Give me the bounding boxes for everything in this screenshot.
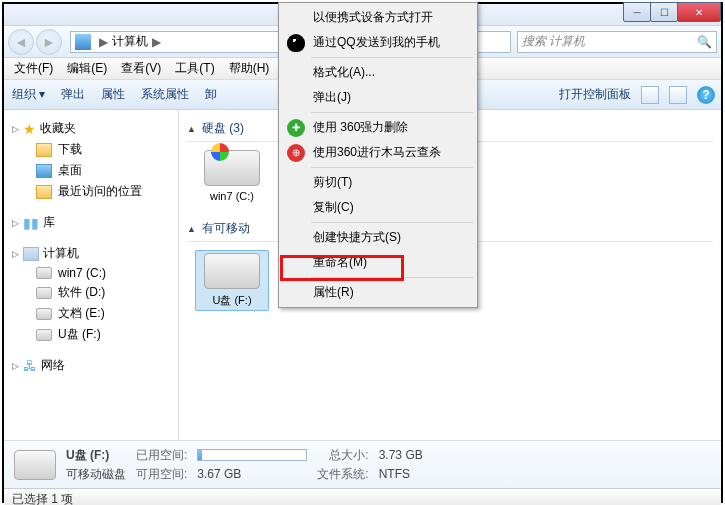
- help-icon[interactable]: ?: [697, 86, 715, 104]
- menu-edit[interactable]: 编辑(E): [61, 58, 113, 79]
- menu-tools[interactable]: 工具(T): [169, 58, 220, 79]
- tb-uninstall[interactable]: 卸: [205, 86, 217, 103]
- sidebar-computer[interactable]: ▷计算机: [8, 243, 174, 264]
- sidebar-drive-f[interactable]: U盘 (F:): [8, 324, 174, 345]
- cm-create-shortcut[interactable]: 创建快捷方式(S): [281, 225, 475, 250]
- view-options-icon[interactable]: [641, 86, 659, 104]
- desktop-icon: [36, 164, 52, 178]
- search-input[interactable]: 搜索 计算机 🔍: [517, 31, 717, 53]
- cm-eject[interactable]: 弹出(J): [281, 85, 475, 110]
- cm-360-delete[interactable]: ✚使用 360强力删除: [281, 115, 475, 140]
- menu-view[interactable]: 查看(V): [115, 58, 167, 79]
- dp-used-k: 已用空间:: [136, 447, 187, 464]
- search-icon[interactable]: 🔍: [697, 35, 712, 49]
- network-icon: 🖧: [23, 358, 37, 374]
- drive-item-win7[interactable]: win7 (C:): [195, 150, 269, 202]
- context-menu: 以便携式设备方式打开 通过QQ发送到我的手机 格式化(A)... 弹出(J) ✚…: [278, 2, 478, 308]
- menu-help[interactable]: 帮助(H): [223, 58, 276, 79]
- recent-icon: [36, 185, 52, 199]
- tb-organize[interactable]: 组织 ▾: [12, 86, 45, 103]
- details-pane: U盘 (F:) 已用空间: 总大小: 3.73 GB 可移动磁盘 可用空间: 3…: [4, 440, 721, 488]
- crumb-computer[interactable]: 计算机: [112, 33, 148, 50]
- computer-icon: [75, 34, 91, 50]
- crumb-sep: ▶: [152, 35, 161, 49]
- tb-sysprops[interactable]: 系统属性: [141, 86, 189, 103]
- sidebar-drive-e[interactable]: 文档 (E:): [8, 303, 174, 324]
- menu-file[interactable]: 文件(F): [8, 58, 59, 79]
- tb-control-panel[interactable]: 打开控制面板: [559, 86, 631, 103]
- downloads-icon: [36, 143, 52, 157]
- tb-properties[interactable]: 属性: [101, 86, 125, 103]
- sidebar-downloads[interactable]: 下载: [8, 139, 174, 160]
- drive-icon: [204, 150, 260, 186]
- used-space-bar: [197, 449, 307, 461]
- qq-icon: [287, 34, 305, 52]
- sidebar-favorites[interactable]: ▷★收藏夹: [8, 118, 174, 139]
- preview-pane-icon[interactable]: [669, 86, 687, 104]
- sidebar: ▷★收藏夹 下载 桌面 最近访问的位置 ▷▮▮库 ▷计算机 win7 (C:) …: [4, 110, 179, 440]
- dp-total-k: 总大小:: [317, 447, 368, 464]
- back-button[interactable]: ◄: [8, 29, 34, 55]
- search-placeholder: 搜索 计算机: [522, 33, 585, 50]
- forward-button[interactable]: ►: [36, 29, 62, 55]
- computer-icon: [23, 247, 39, 261]
- cm-360-scan[interactable]: ⊕使用360进行木马云查杀: [281, 140, 475, 165]
- drive-icon: [36, 329, 52, 341]
- 360-scan-icon: ⊕: [287, 144, 305, 162]
- dp-free-v: 3.67 GB: [197, 467, 307, 481]
- crumb-sep: ▶: [99, 35, 108, 49]
- 360-icon: ✚: [287, 119, 305, 137]
- status-text: 已选择 1 项: [12, 492, 73, 505]
- drive-item-usb[interactable]: U盘 (F:): [195, 250, 269, 311]
- cm-copy[interactable]: 复制(C): [281, 195, 475, 220]
- dp-total-v: 3.73 GB: [379, 448, 423, 462]
- sidebar-network[interactable]: ▷🖧网络: [8, 355, 174, 376]
- sidebar-recent[interactable]: 最近访问的位置: [8, 181, 174, 202]
- drive-icon: [36, 267, 52, 279]
- sidebar-desktop[interactable]: 桌面: [8, 160, 174, 181]
- cm-format[interactable]: 格式化(A)...: [281, 60, 475, 85]
- drive-label: win7 (C:): [195, 190, 269, 202]
- drive-icon: [14, 450, 56, 480]
- tb-eject[interactable]: 弹出: [61, 86, 85, 103]
- statusbar: 已选择 1 项: [4, 488, 721, 505]
- maximize-button[interactable]: ☐: [650, 2, 678, 22]
- cm-rename[interactable]: 重命名(M): [281, 250, 475, 275]
- drive-icon: [204, 253, 260, 289]
- drive-icon: [36, 308, 52, 320]
- cm-properties[interactable]: 属性(R): [281, 280, 475, 305]
- drive-icon: [36, 287, 52, 299]
- dp-free-k: 可用空间:: [136, 466, 187, 483]
- dp-fs-v: NTFS: [379, 467, 423, 481]
- dp-type: 可移动磁盘: [66, 466, 126, 483]
- sidebar-drive-d[interactable]: 软件 (D:): [8, 282, 174, 303]
- dp-fs-k: 文件系统:: [317, 466, 368, 483]
- sidebar-libraries[interactable]: ▷▮▮库: [8, 212, 174, 233]
- dp-name: U盘 (F:): [66, 447, 126, 464]
- star-icon: ★: [23, 121, 36, 137]
- close-button[interactable]: ✕: [677, 2, 721, 22]
- drive-label: U盘 (F:): [198, 293, 266, 308]
- cm-qq-send[interactable]: 通过QQ发送到我的手机: [281, 30, 475, 55]
- minimize-button[interactable]: ─: [623, 2, 651, 22]
- cm-cut[interactable]: 剪切(T): [281, 170, 475, 195]
- cm-open-portable[interactable]: 以便携式设备方式打开: [281, 5, 475, 30]
- sidebar-drive-c[interactable]: win7 (C:): [8, 264, 174, 282]
- libraries-icon: ▮▮: [23, 215, 39, 231]
